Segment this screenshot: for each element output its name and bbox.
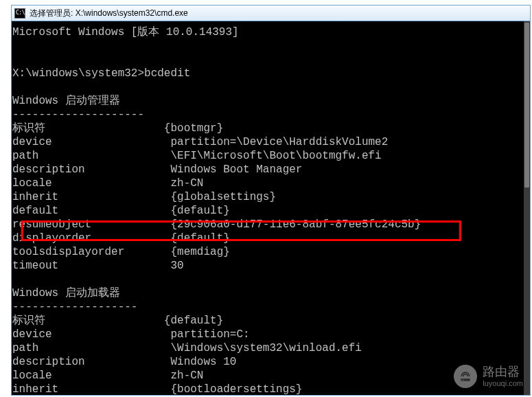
kv-row: inherit {bootloadersettings} [12, 383, 302, 396]
kv-row: locale zh-CN [12, 370, 203, 382]
kv-row: device partition=C: [12, 328, 250, 341]
terminal-area[interactable]: Microsoft Windows [版本 10.0.14393] X:\win… [12, 21, 524, 395]
kv-row: toolsdisplayorder {memdiag} [12, 246, 230, 258]
header-line: Microsoft Windows [版本 10.0.14393] [12, 26, 239, 38]
kv-row: path \EFI\Microsoft\Boot\bootmgfw.efi [12, 150, 382, 162]
window-title: 选择管理员: X:\windows\system32\cmd.exe [30, 8, 188, 19]
cmd-window: C:\. 选择管理员: X:\windows\system32\cmd.exe … [11, 5, 531, 396]
kv-row: 标识符 {default} [12, 315, 223, 327]
kv-row: 标识符 {bootmgr} [12, 122, 223, 135]
kv-row: resumeobject {29c906a0-d177-11e6-8abf-87… [12, 218, 421, 231]
kv-row: timeout 30 [12, 260, 184, 272]
kv-row: description Windows 10 [12, 356, 236, 368]
kv-row: locale zh-CN [12, 177, 203, 190]
kv-row: path \Windows\system32\winload.efi [12, 342, 362, 354]
scrollbar[interactable] [524, 21, 530, 395]
cmd-icon: C:\. [14, 8, 25, 19]
kv-row: default {default} [12, 205, 230, 217]
section-title: Windows 启动管理器 [12, 95, 120, 107]
kv-row: displayorder {default} [12, 232, 230, 245]
kv-row: description Windows Boot Manager [12, 163, 302, 176]
kv-row: device partition=\Device\HarddiskVolume2 [12, 136, 388, 148]
section-divider: ------------------- [12, 301, 137, 313]
section-divider: -------------------- [12, 109, 144, 121]
section-title: Windows 启动加载器 [12, 287, 120, 299]
titlebar[interactable]: C:\. 选择管理员: X:\windows\system32\cmd.exe [12, 5, 530, 21]
scrollbar-thumb[interactable] [524, 23, 529, 188]
kv-row: inherit {globalsettings} [12, 191, 276, 203]
prompt-line: X:\windows\system32>bcdedit [12, 67, 190, 80]
